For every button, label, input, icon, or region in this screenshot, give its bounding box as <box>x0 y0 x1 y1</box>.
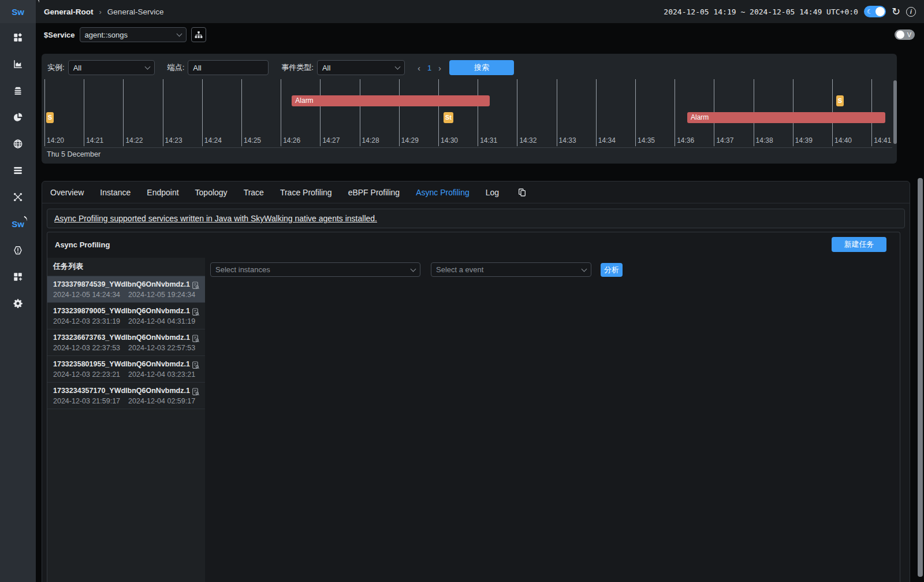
service-detail-panel: OverviewInstanceEndpointTopologyTraceTra… <box>42 181 910 582</box>
event-type-filter-select[interactable]: All <box>317 60 405 75</box>
timeline-tick-label: 14:32 <box>519 136 536 144</box>
toggle-knob <box>896 31 904 39</box>
task-list-item[interactable]: 1733239879005_YWdlbnQ6OnNvbmdz.12024-12-… <box>47 303 205 329</box>
event-badge[interactable]: S <box>46 112 54 123</box>
tabs-bar: OverviewInstanceEndpointTopologyTraceTra… <box>42 181 910 203</box>
sidebar-item-database-icon[interactable] <box>12 86 24 96</box>
search-button[interactable]: 搜索 <box>449 60 514 75</box>
top-bar: Sw General-Root › General-Service 2024-1… <box>0 0 924 23</box>
event-timeline: 14:2014:2114:2214:2314:2414:2514:2614:27… <box>44 79 892 160</box>
sidebar-item-alert-icon[interactable] <box>12 245 24 255</box>
sidebar-item-dashboard-icon[interactable] <box>12 32 24 43</box>
task-id: 1733239879005_YWdlbnQ6OnNvbmdz.1 <box>53 307 188 315</box>
event-select[interactable]: Select a event <box>431 262 591 277</box>
event-badge[interactable]: S <box>836 95 844 106</box>
task-list-item[interactable]: 1733235801955_YWdlbnQ6OnNvbmdz.12024-12-… <box>47 356 205 383</box>
task-list-item[interactable]: 1733379874539_YWdlbnQ6OnNvbmdz.12024-12-… <box>47 276 205 303</box>
event-badge[interactable]: St <box>444 112 453 123</box>
view-mode-toggle[interactable]: V <box>895 29 915 40</box>
task-view-button[interactable] <box>191 307 200 319</box>
timeline-tick-label: 14:40 <box>834 136 852 144</box>
sidebar-item-widgets-icon[interactable] <box>12 272 24 282</box>
page-scrollbar[interactable] <box>918 178 923 577</box>
breadcrumb-root[interactable]: General-Root <box>44 8 94 16</box>
view-toggle-label: V <box>907 31 911 38</box>
refresh-icon[interactable]: ↻ <box>892 6 900 17</box>
task-view-button[interactable] <box>191 281 200 292</box>
breadcrumb-current[interactable]: General-Service <box>107 8 164 16</box>
task-start-time: 2024-12-03 23:31:19 <box>53 317 120 325</box>
event-pagination: ‹ 1 › <box>418 63 441 73</box>
settings-icon <box>13 298 23 309</box>
instance-filter-select[interactable]: All <box>68 60 155 75</box>
sidebar-item-service-list-icon[interactable] <box>12 165 24 176</box>
timeline-tick-label: 14:27 <box>322 136 340 144</box>
new-task-button[interactable]: 新建任务 <box>832 237 886 252</box>
analyze-button[interactable]: 分析 <box>601 263 623 277</box>
tab-endpoint[interactable]: Endpoint <box>147 188 178 197</box>
tab-log[interactable]: Log <box>486 188 499 197</box>
tab-trace[interactable]: Trace <box>244 188 264 197</box>
task-detail-icon <box>191 334 200 343</box>
sidebar-item-settings-icon[interactable] <box>12 298 24 309</box>
timeline-tick-label: 14:36 <box>677 136 694 144</box>
timeline-gridline <box>360 79 360 146</box>
alarm-event-bar[interactable]: Alarm <box>292 95 489 106</box>
timeline-gridline <box>44 79 45 146</box>
sidebar-item-metrics-chart-icon[interactable] <box>12 59 24 69</box>
task-id: 1733235801955_YWdlbnQ6OnNvbmdz.1 <box>53 360 188 368</box>
endpoint-filter-value: All <box>193 64 201 72</box>
prev-page-button[interactable]: ‹ <box>418 63 420 73</box>
tab-overview[interactable]: Overview <box>50 188 84 197</box>
timeline-scrollbar[interactable] <box>893 80 897 144</box>
event-type-filter-value: All <box>322 64 330 72</box>
task-view-button[interactable] <box>191 387 200 399</box>
section-title: Async Profiling <box>55 240 110 249</box>
task-list-item[interactable]: 1733234357170_YWdlbnQ6OnNvbmdz.12024-12-… <box>47 383 205 409</box>
event-filter-row: 实例: All 端点: All 事件类型: All ‹ 1 › 搜索 <box>42 54 897 75</box>
tab-topology[interactable]: Topology <box>195 188 228 197</box>
alarm-event-bar[interactable]: Alarm <box>687 112 885 123</box>
sidebar-item-topology-icon[interactable] <box>12 192 24 202</box>
timeline-tick-label: 14:28 <box>362 136 379 144</box>
events-panel: 实例: All 端点: All 事件类型: All ‹ 1 › 搜索 14:20… <box>42 54 897 164</box>
instances-select[interactable]: Select instances <box>210 262 420 277</box>
dark-mode-toggle[interactable]: ☾ <box>864 6 886 17</box>
tab-trace-profiling[interactable]: Trace Profiling <box>280 188 332 197</box>
alert-icon <box>13 245 23 255</box>
tab-ebpf-profiling[interactable]: eBPF Profiling <box>348 188 400 197</box>
sidebar-item-globe-icon[interactable] <box>12 139 24 149</box>
time-range-picker[interactable]: 2024-12-05 14:19 ~ 2024-12-05 14:49 UTC+… <box>664 8 858 16</box>
task-end-time: 2024-12-04 04:31:19 <box>128 317 195 325</box>
task-list-item[interactable]: 1733236673763_YWdlbnQ6OnNvbmdz.12024-12-… <box>47 329 205 356</box>
info-icon[interactable]: i <box>906 7 916 17</box>
timeline-chart[interactable]: 14:2014:2114:2214:2314:2414:2514:2614:27… <box>44 79 892 147</box>
endpoint-filter-input[interactable]: All <box>188 60 269 75</box>
tab-async-profiling[interactable]: Async Profiling <box>416 188 470 197</box>
breadcrumb-separator-icon: › <box>99 8 102 16</box>
widgets-icon <box>13 272 23 282</box>
sidebar-item-pie-chart-icon[interactable] <box>12 112 24 123</box>
profiling-banner: Async Profiling supported services writt… <box>47 209 905 228</box>
profiling-doc-link[interactable]: Async Profiling supported services writt… <box>54 214 377 223</box>
service-topology-button[interactable] <box>191 27 206 42</box>
timeline-gridline <box>635 79 636 146</box>
skywalking-logo: Sw <box>12 219 24 229</box>
timeline-tick-label: 14:25 <box>244 136 261 144</box>
service-bar: $Service agent::songs V <box>36 23 924 46</box>
timeline-tick-label: 14:38 <box>756 136 773 144</box>
copy-icon[interactable] <box>517 188 527 197</box>
timeline-tick-label: 14:20 <box>47 136 64 144</box>
task-id: 1733234357170_YWdlbnQ6OnNvbmdz.1 <box>53 387 188 395</box>
app-logo[interactable]: Sw <box>0 0 36 23</box>
task-view-button[interactable] <box>191 361 200 372</box>
service-select[interactable]: agent::songs <box>80 27 187 42</box>
next-page-button[interactable]: › <box>438 63 441 73</box>
sidebar-item-skywalking-logo[interactable]: Sw <box>12 218 24 229</box>
task-id: 1733379874539_YWdlbnQ6OnNvbmdz.1 <box>53 280 188 288</box>
task-view-button[interactable] <box>191 334 200 346</box>
timeline-tick-label: 14:35 <box>638 136 655 144</box>
chevron-down-icon <box>411 266 416 272</box>
task-end-time: 2024-12-04 03:23:21 <box>128 370 195 379</box>
tab-instance[interactable]: Instance <box>100 188 131 197</box>
